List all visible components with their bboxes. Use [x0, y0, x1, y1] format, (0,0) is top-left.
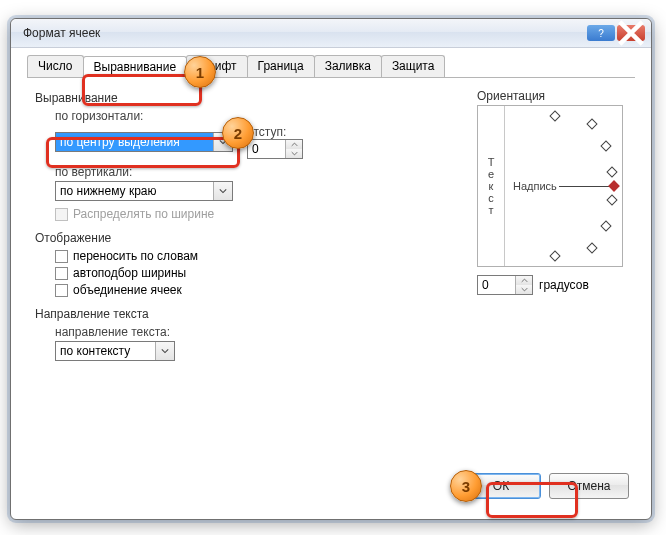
chevron-down-icon[interactable] — [155, 342, 174, 360]
spin-down-icon[interactable] — [286, 149, 302, 158]
diamond-icon — [600, 140, 611, 151]
justify-label: Распределять по ширине — [73, 207, 214, 221]
callout-2: 2 — [222, 117, 254, 149]
indent-spinner[interactable]: 0 — [247, 139, 303, 159]
direction-value: по контексту — [56, 342, 155, 360]
callout-3: 3 — [450, 470, 482, 502]
direction-label: направление текста: — [55, 325, 635, 339]
callout-1: 1 — [184, 56, 216, 88]
justify-checkbox — [55, 208, 68, 221]
indent-label: отступ: — [247, 125, 303, 139]
spin-up-icon[interactable] — [516, 276, 532, 285]
diamond-icon — [606, 166, 617, 177]
degrees-value: 0 — [478, 276, 515, 294]
tab-protection[interactable]: Защита — [381, 55, 446, 77]
cancel-button[interactable]: Отмена — [549, 473, 629, 499]
tab-fill[interactable]: Заливка — [314, 55, 382, 77]
titlebar[interactable]: Формат ячеек ? — [11, 19, 651, 48]
orientation-frame: Ориентация Текст Надпись — [475, 89, 625, 299]
diamond-icon — [586, 118, 597, 129]
degrees-label: градусов — [539, 278, 589, 292]
h-align-value: по центру выделения — [56, 133, 213, 151]
direction-dropdown[interactable]: по контексту — [55, 341, 175, 361]
chevron-down-icon[interactable] — [213, 182, 232, 200]
tab-number[interactable]: Число — [27, 55, 84, 77]
orientation-handle-icon[interactable] — [608, 180, 619, 191]
indent-value: 0 — [248, 140, 285, 158]
h-align-dropdown[interactable]: по центру выделения — [55, 132, 233, 152]
orientation-vertical-text[interactable]: Текст — [478, 106, 505, 266]
wrap-label: переносить по словам — [73, 249, 198, 263]
tab-strip: Число Выравнивание Шрифт Граница Заливка… — [27, 55, 635, 78]
close-button[interactable] — [617, 25, 645, 41]
window-title: Формат ячеек — [23, 26, 585, 40]
tab-border[interactable]: Граница — [247, 55, 315, 77]
spin-down-icon[interactable] — [516, 285, 532, 294]
orientation-box[interactable]: Текст Надпись — [477, 105, 623, 267]
orientation-vtext: Текст — [488, 156, 495, 216]
dialog-window: Формат ячеек ? Число Выравнивание Шрифт … — [10, 18, 652, 520]
tab-alignment[interactable]: Выравнивание — [83, 56, 188, 78]
diamond-icon — [606, 194, 617, 205]
degrees-spinner[interactable]: 0 — [477, 275, 533, 295]
help-button[interactable]: ? — [587, 25, 615, 41]
wrap-checkbox[interactable] — [55, 250, 68, 263]
button-bar: ОК Отмена — [461, 473, 629, 499]
orientation-hlabel: Надпись — [513, 180, 557, 192]
merge-checkbox[interactable] — [55, 284, 68, 297]
orientation-line — [559, 186, 610, 187]
spin-up-icon[interactable] — [286, 140, 302, 149]
group-direction: Направление текста — [35, 307, 627, 321]
merge-label: объединение ячеек — [73, 283, 182, 297]
group-orientation: Ориентация — [477, 89, 625, 103]
shrink-checkbox[interactable] — [55, 267, 68, 280]
diamond-icon — [549, 110, 560, 121]
orientation-dial[interactable]: Надпись — [505, 106, 622, 266]
diamond-icon — [549, 250, 560, 261]
shrink-label: автоподбор ширины — [73, 266, 186, 280]
tab-panel: Выравнивание по горизонтали: по центру в… — [27, 83, 635, 463]
v-align-dropdown[interactable]: по нижнему краю — [55, 181, 233, 201]
dialog-content: Число Выравнивание Шрифт Граница Заливка… — [21, 55, 641, 507]
v-align-value: по нижнему краю — [56, 182, 213, 200]
diamond-icon — [586, 242, 597, 253]
diamond-icon — [600, 220, 611, 231]
